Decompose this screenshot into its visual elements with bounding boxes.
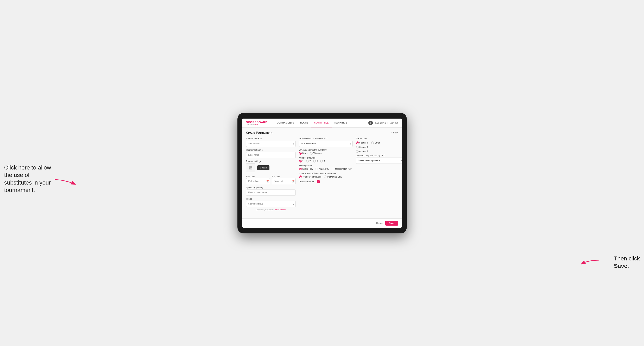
end-date-label: End date: [272, 175, 280, 178]
calendar-icon-end: 📅: [292, 180, 294, 182]
annotation-left-text: Click here to allow the use of substitut…: [4, 164, 51, 193]
gender-mens[interactable]: Mens: [299, 152, 308, 155]
tournament-host-select-wrapper: [246, 141, 296, 147]
event-type-group: Is this event for Teams and/or Individua…: [299, 173, 353, 178]
scoring-stroke-radio[interactable]: [299, 168, 302, 170]
division-select-wrapper: NCAA Division I NCAA Division II NCAA Di…: [299, 141, 353, 147]
venue-input[interactable]: [246, 201, 296, 207]
gender-womens[interactable]: Womens: [310, 152, 322, 155]
scoring-medal[interactable]: Medal Match Play: [332, 168, 352, 170]
format-6count5-radio[interactable]: [356, 150, 359, 153]
nav-committee[interactable]: COMMITTEE: [311, 119, 332, 128]
email-support-link[interactable]: email support: [275, 209, 286, 211]
tournament-host-input[interactable]: [246, 141, 296, 147]
scoring-match-radio[interactable]: [316, 168, 318, 170]
rounds-2[interactable]: 2: [306, 160, 311, 163]
username: blair admin: [374, 122, 386, 124]
rounds-3[interactable]: 3: [313, 160, 318, 163]
scoring-group: Scoring system Stroke Play Match Play: [299, 165, 353, 170]
event-teams[interactable]: Teams (+Individuals): [299, 175, 322, 178]
annotation-right: Then click Save.: [614, 255, 640, 270]
tablet-screen: SCOREBOARD Powered by clippd TOURNAMENTS…: [242, 119, 402, 228]
start-date-label: Start date: [246, 175, 255, 178]
scoring-stroke[interactable]: Stroke Play: [299, 168, 313, 170]
image-icon: [248, 166, 253, 170]
venue-label: Venue: [246, 198, 296, 200]
annotation-right-line2: Save.: [614, 263, 629, 269]
format-5count4[interactable]: 5 count 4: [356, 142, 368, 144]
tournament-host-label: Tournament Host: [246, 138, 296, 140]
date-row: Start date 📅 End date 📅: [246, 174, 296, 184]
nav-rankings[interactable]: RANKINGS: [332, 119, 350, 128]
nav-user-area: B blair admin | Sign out: [368, 121, 398, 125]
page-title: Create Tournament: [246, 131, 272, 134]
calendar-icon: 📅: [266, 180, 269, 182]
nav-links: TOURNAMENTS TEAMS COMMITTEE RANKINGS: [272, 119, 368, 128]
event-individuals[interactable]: Individuals Only: [324, 175, 342, 178]
tournament-name-group: Tournament name: [246, 149, 296, 158]
format-6count4[interactable]: 6 count 4: [356, 146, 368, 149]
gender-mens-radio[interactable]: [299, 152, 302, 155]
page-footer: Cancel Save: [242, 218, 402, 228]
gender-womens-radio[interactable]: [310, 152, 312, 155]
format-label: Format type: [356, 138, 402, 140]
back-button[interactable]: ‹ Back: [391, 131, 398, 134]
division-label: Which division is the event for?: [299, 138, 353, 140]
format-right: Other: [371, 142, 380, 153]
sponsor-group: Sponsor (optional): [246, 186, 296, 196]
arrow-right-icon: [580, 254, 601, 266]
allow-substitutes-item: Allow substitutes?: [299, 180, 353, 183]
rounds-group: Number of rounds 1 2: [299, 157, 353, 163]
allow-substitutes-checkbox[interactable]: [317, 180, 320, 183]
scoring-service-select[interactable]: Select a scoring service: [356, 158, 402, 164]
upload-button[interactable]: Upload: [257, 165, 270, 170]
venue-group: Venue Can't find your venue? email suppo…: [246, 198, 296, 211]
scoring-api-group: Use third-party live scoring API? Select…: [356, 155, 402, 164]
format-other[interactable]: Other: [371, 142, 380, 144]
format-6count4-radio[interactable]: [356, 146, 359, 149]
rounds-label: Number of rounds: [299, 157, 353, 159]
end-date-wrapper: 📅: [272, 178, 296, 184]
nav-tournaments[interactable]: TOURNAMENTS: [272, 119, 297, 128]
rounds-1[interactable]: 1: [299, 160, 304, 163]
event-individuals-radio[interactable]: [324, 175, 326, 178]
rounds-1-radio[interactable]: [299, 160, 302, 163]
left-column: Tournament Host Tournament name Tourname…: [246, 138, 296, 211]
division-select[interactable]: NCAA Division I NCAA Division II NCAA Di…: [299, 141, 353, 147]
back-label: Back: [393, 131, 398, 134]
tablet-frame: SCOREBOARD Powered by clippd TOURNAMENTS…: [238, 113, 407, 233]
rounds-3-radio[interactable]: [313, 160, 316, 163]
allow-substitutes-label: Allow substitutes?: [299, 180, 316, 183]
allow-substitutes-group: Allow substitutes?: [299, 180, 353, 183]
nav-teams[interactable]: TEAMS: [297, 119, 311, 128]
avatar: B: [368, 121, 373, 125]
rounds-4[interactable]: 4: [320, 160, 325, 163]
format-other-radio[interactable]: [371, 142, 374, 144]
cancel-button[interactable]: Cancel: [376, 222, 383, 224]
format-5count4-radio[interactable]: [356, 142, 359, 144]
sponsor-label: Sponsor (optional): [246, 186, 296, 189]
form-layout: Tournament Host Tournament name Tourname…: [246, 138, 398, 211]
gender-label: Which gender is the event for?: [299, 149, 353, 151]
logo-upload-area: Upload: [246, 163, 296, 173]
format-left: 5 count 4 6 count 4 6 count 5: [356, 142, 368, 153]
annotation-left: Click here to allow the use of substitut…: [4, 164, 58, 194]
scoring-match[interactable]: Match Play: [316, 168, 329, 170]
right-column: Format type 5 count 4 6 count 4: [356, 138, 402, 211]
logo-powered-by: Powered by clippd: [246, 124, 268, 125]
event-type-label: Is this event for Teams and/or Individua…: [299, 173, 353, 175]
gender-radio-group: Mens Womens: [299, 152, 353, 155]
save-button[interactable]: Save: [385, 221, 398, 226]
rounds-radio-group: 1 2 3 4: [299, 160, 353, 163]
sign-out-link[interactable]: Sign out: [390, 122, 398, 124]
tournament-name-input[interactable]: [246, 152, 296, 158]
scoring-medal-radio[interactable]: [332, 168, 334, 170]
end-date-group: End date 📅: [272, 174, 296, 184]
event-teams-radio[interactable]: [299, 175, 302, 178]
sponsor-input[interactable]: [246, 189, 296, 196]
rounds-2-radio[interactable]: [306, 160, 309, 163]
rounds-4-radio[interactable]: [320, 160, 323, 163]
tournament-logo-group: Tournament logo Upload: [246, 160, 296, 173]
format-6count5[interactable]: 6 count 5: [356, 150, 368, 153]
date-group: Start date 📅 End date 📅: [246, 174, 296, 184]
